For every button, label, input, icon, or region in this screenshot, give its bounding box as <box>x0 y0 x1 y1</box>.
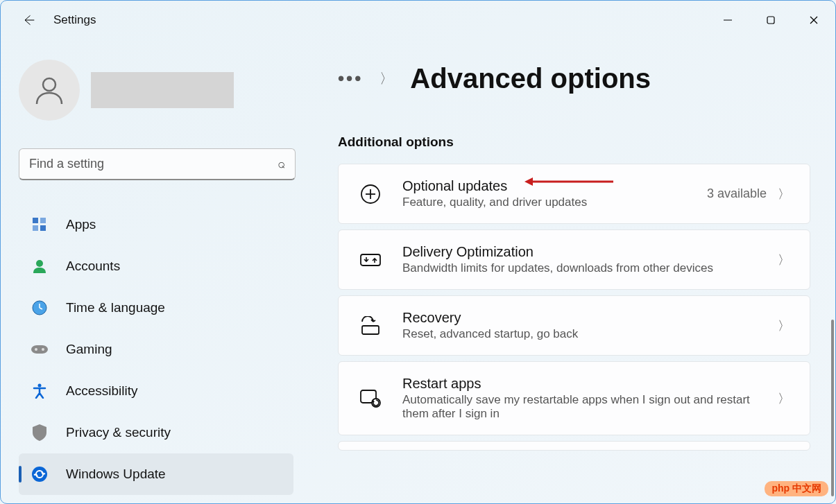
card-title: Delivery Optimization <box>402 244 778 260</box>
minimize-button[interactable] <box>706 6 749 34</box>
chevron-right-icon: 〉 <box>778 252 790 268</box>
cards-list: Optional updates Feature, quality, and d… <box>338 164 810 451</box>
profile-row[interactable] <box>19 60 293 121</box>
gaming-icon <box>31 341 48 358</box>
svg-rect-25 <box>362 326 379 334</box>
restart-apps-icon <box>358 386 383 411</box>
svg-rect-24 <box>361 254 380 266</box>
svg-point-16 <box>42 348 44 351</box>
sidebar-item-label: Accounts <box>66 259 120 274</box>
sidebar-item-apps[interactable]: Apps <box>19 204 293 245</box>
sidebar-item-gaming[interactable]: Gaming <box>19 329 293 370</box>
close-button[interactable] <box>792 6 835 34</box>
shield-icon <box>31 424 48 441</box>
svg-rect-5 <box>33 218 38 223</box>
sidebar: ⌕ Apps Accounts Time & language <box>1 39 306 503</box>
svg-point-4 <box>43 78 56 91</box>
svg-rect-14 <box>31 345 48 354</box>
maximize-button[interactable] <box>749 6 792 34</box>
breadcrumb: ••• 〉 Advanced options <box>338 63 810 94</box>
card-optional-updates[interactable]: Optional updates Feature, quality, and d… <box>338 164 810 224</box>
delivery-icon <box>358 247 383 272</box>
search-box[interactable]: ⌕ <box>19 148 296 180</box>
card-recovery[interactable]: Recovery Reset, advanced startup, go bac… <box>338 295 810 356</box>
recovery-icon <box>358 313 383 338</box>
sidebar-item-label: Time & language <box>66 300 165 315</box>
breadcrumb-overflow-button[interactable]: ••• <box>338 68 363 89</box>
card-title: Optional updates <box>402 178 707 194</box>
svg-rect-6 <box>40 218 46 223</box>
window-controls <box>706 6 835 34</box>
sidebar-item-label: Windows Update <box>66 467 166 482</box>
time-language-icon <box>31 299 48 316</box>
scrollbar[interactable] <box>831 320 834 496</box>
sidebar-item-time-language[interactable]: Time & language <box>19 287 293 329</box>
svg-rect-7 <box>33 225 38 231</box>
profile-name-redacted <box>91 72 234 108</box>
section-label: Additional options <box>338 134 810 150</box>
accessibility-icon <box>31 383 48 399</box>
card-next-partial[interactable] <box>338 441 810 451</box>
watermark: php 中文网 <box>765 481 828 496</box>
apps-icon <box>31 216 48 233</box>
nav: Apps Accounts Time & language Gaming <box>19 204 293 495</box>
sidebar-item-label: Apps <box>66 217 96 232</box>
card-title: Restart apps <box>402 376 778 392</box>
chevron-right-icon: 〉 <box>778 390 790 407</box>
svg-rect-8 <box>40 225 46 231</box>
sidebar-item-label: Gaming <box>66 342 112 357</box>
search-icon: ⌕ <box>278 157 285 171</box>
sidebar-item-label: Accessibility <box>66 383 137 399</box>
search-input[interactable] <box>29 157 278 171</box>
sidebar-item-accounts[interactable]: Accounts <box>19 245 293 287</box>
sidebar-item-accessibility[interactable]: Accessibility <box>19 370 293 412</box>
svg-point-17 <box>38 384 42 388</box>
sidebar-item-label: Privacy & security <box>66 425 171 440</box>
titlebar: Settings <box>1 1 835 39</box>
accounts-icon <box>31 258 48 275</box>
chevron-right-icon: 〉 <box>778 186 790 202</box>
card-title: Recovery <box>402 310 778 326</box>
windows-update-icon <box>31 466 48 483</box>
chevron-right-icon: 〉 <box>778 318 790 334</box>
sidebar-item-privacy-security[interactable]: Privacy & security <box>19 412 293 453</box>
app-title: Settings <box>53 13 96 27</box>
svg-point-15 <box>35 348 37 351</box>
card-restart-apps[interactable]: Restart apps Automatically save my resta… <box>338 361 810 435</box>
card-delivery-optimization[interactable]: Delivery Optimization Bandwidth limits f… <box>338 229 810 290</box>
card-subtitle: Bandwidth limits for updates, downloads … <box>402 261 778 275</box>
svg-point-9 <box>36 260 43 267</box>
svg-rect-1 <box>767 17 774 24</box>
plus-circle-icon <box>358 182 383 207</box>
chevron-right-icon: 〉 <box>379 69 393 88</box>
sidebar-item-windows-update[interactable]: Windows Update <box>19 453 293 495</box>
main-content: ••• 〉 Advanced options Additional option… <box>306 39 835 503</box>
avatar <box>19 60 80 121</box>
back-button[interactable] <box>20 12 37 28</box>
card-subtitle: Feature, quality, and driver updates <box>402 195 707 209</box>
page-title: Advanced options <box>410 63 651 94</box>
card-subtitle: Reset, advanced startup, go back <box>402 327 778 341</box>
card-status: 3 available <box>707 186 767 201</box>
card-subtitle: Automatically save my restartable apps w… <box>402 393 778 421</box>
